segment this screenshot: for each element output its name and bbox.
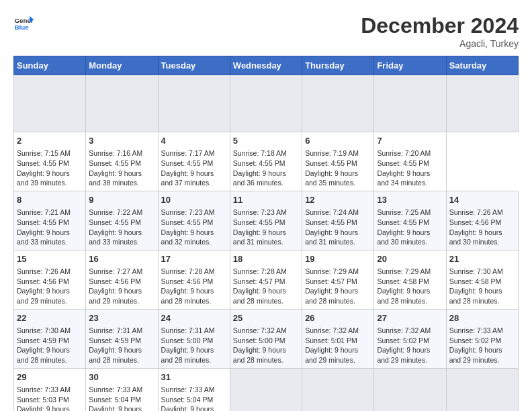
- day-info: and 28 minutes.: [89, 355, 154, 365]
- calendar-cell: 28Sunrise: 7:33 AMSunset: 5:02 PMDayligh…: [446, 309, 518, 368]
- day-info: Sunrise: 7:32 AM: [305, 326, 371, 336]
- day-info: Sunrise: 7:29 AM: [377, 267, 443, 277]
- day-info: Sunset: 4:56 PM: [89, 277, 154, 287]
- calendar-cell: 29Sunrise: 7:33 AMSunset: 5:03 PMDayligh…: [14, 368, 86, 411]
- day-info: Sunset: 4:55 PM: [233, 218, 299, 228]
- day-info: Daylight: 9 hours: [305, 286, 371, 296]
- day-info: and 28 minutes.: [449, 296, 515, 306]
- day-info: Daylight: 9 hours: [305, 345, 371, 355]
- day-info: Sunrise: 7:24 AM: [305, 208, 371, 218]
- day-info: and 31 minutes.: [305, 237, 371, 247]
- day-number: 6: [305, 135, 371, 147]
- header-monday: Monday: [86, 56, 158, 75]
- day-info: Sunset: 5:00 PM: [233, 336, 299, 346]
- day-info: Sunrise: 7:32 AM: [377, 326, 443, 336]
- day-info: Daylight: 9 hours: [89, 404, 154, 411]
- day-info: Daylight: 9 hours: [17, 286, 83, 296]
- day-info: Sunrise: 7:28 AM: [233, 267, 299, 277]
- calendar-cell: [446, 75, 518, 132]
- day-info: Daylight: 9 hours: [377, 169, 443, 179]
- calendar-cell: 4Sunrise: 7:17 AMSunset: 4:55 PMDaylight…: [158, 132, 230, 191]
- day-info: Daylight: 9 hours: [161, 228, 227, 238]
- logo-icon: General Blue: [13, 13, 34, 34]
- day-info: Sunset: 4:55 PM: [377, 218, 443, 228]
- week-row-2: 8Sunrise: 7:21 AMSunset: 4:55 PMDaylight…: [14, 191, 519, 250]
- calendar-cell: 25Sunrise: 7:32 AMSunset: 5:00 PMDayligh…: [230, 309, 302, 368]
- day-info: Sunset: 4:59 PM: [17, 336, 83, 346]
- day-info: Sunset: 4:56 PM: [161, 277, 227, 287]
- day-info: Sunrise: 7:21 AM: [17, 208, 83, 218]
- day-info: Daylight: 9 hours: [305, 169, 371, 179]
- calendar-table: SundayMondayTuesdayWednesdayThursdayFrid…: [13, 56, 519, 411]
- day-info: and 29 minutes.: [377, 355, 443, 365]
- day-info: Sunset: 5:00 PM: [161, 336, 227, 346]
- header-thursday: Thursday: [302, 56, 374, 75]
- day-number: 25: [233, 312, 299, 324]
- day-number: 14: [449, 194, 515, 206]
- day-info: Daylight: 9 hours: [233, 169, 299, 179]
- day-info: and 28 minutes.: [377, 296, 443, 306]
- calendar-cell: 9Sunrise: 7:22 AMSunset: 4:55 PMDaylight…: [86, 191, 158, 250]
- calendar-cell: [230, 368, 302, 411]
- day-info: Sunrise: 7:30 AM: [17, 326, 83, 336]
- day-number: 7: [377, 135, 443, 147]
- day-info: Sunrise: 7:31 AM: [89, 326, 154, 336]
- calendar-cell: 14Sunrise: 7:26 AMSunset: 4:56 PMDayligh…: [446, 191, 518, 250]
- day-info: Daylight: 9 hours: [233, 286, 299, 296]
- day-info: Sunset: 4:58 PM: [449, 277, 515, 287]
- month-title: December 2024: [361, 13, 519, 38]
- day-info: Sunrise: 7:20 AM: [377, 148, 443, 158]
- day-info: and 32 minutes.: [161, 237, 227, 247]
- week-row-1: 2Sunrise: 7:15 AMSunset: 4:55 PMDaylight…: [14, 132, 519, 191]
- day-info: Sunset: 5:02 PM: [449, 336, 515, 346]
- day-number: 21: [449, 253, 515, 265]
- calendar-cell: 17Sunrise: 7:28 AMSunset: 4:56 PMDayligh…: [158, 250, 230, 309]
- day-info: and 31 minutes.: [233, 237, 299, 247]
- day-info: and 33 minutes.: [89, 237, 154, 247]
- day-info: Sunset: 4:55 PM: [17, 218, 83, 228]
- calendar-cell: [302, 368, 374, 411]
- day-info: Sunrise: 7:30 AM: [449, 267, 515, 277]
- day-info: Sunrise: 7:33 AM: [89, 385, 154, 395]
- day-info: and 29 minutes.: [449, 355, 515, 365]
- day-number: 19: [305, 253, 371, 265]
- calendar-cell: [374, 368, 446, 411]
- day-info: Sunset: 4:55 PM: [305, 218, 371, 228]
- day-info: Daylight: 9 hours: [161, 345, 227, 355]
- calendar-cell: 24Sunrise: 7:31 AMSunset: 5:00 PMDayligh…: [158, 309, 230, 368]
- week-row-4: 22Sunrise: 7:30 AMSunset: 4:59 PMDayligh…: [14, 309, 519, 368]
- day-info: and 34 minutes.: [377, 178, 443, 188]
- calendar-cell: 23Sunrise: 7:31 AMSunset: 4:59 PMDayligh…: [86, 309, 158, 368]
- day-info: and 30 minutes.: [377, 237, 443, 247]
- day-info: Sunset: 4:57 PM: [305, 277, 371, 287]
- week-row-5: 29Sunrise: 7:33 AMSunset: 5:03 PMDayligh…: [14, 368, 519, 411]
- calendar-header: SundayMondayTuesdayWednesdayThursdayFrid…: [14, 56, 519, 75]
- page-header: General Blue December 2024 Agacli, Turke…: [13, 13, 519, 49]
- day-info: and 28 minutes.: [161, 355, 227, 365]
- day-info: and 33 minutes.: [17, 237, 83, 247]
- day-info: Sunset: 4:58 PM: [377, 277, 443, 287]
- day-info: Daylight: 9 hours: [161, 404, 227, 411]
- calendar-cell: 13Sunrise: 7:25 AMSunset: 4:55 PMDayligh…: [374, 191, 446, 250]
- day-number: 2: [17, 135, 83, 147]
- header-sunday: Sunday: [14, 56, 86, 75]
- day-number: 4: [161, 135, 227, 147]
- calendar-cell: 27Sunrise: 7:32 AMSunset: 5:02 PMDayligh…: [374, 309, 446, 368]
- day-number: 26: [305, 312, 371, 324]
- day-number: 8: [17, 194, 83, 206]
- day-info: Sunset: 4:55 PM: [89, 158, 154, 169]
- day-info: and 35 minutes.: [305, 178, 371, 188]
- day-number: 29: [17, 371, 83, 383]
- day-info: Sunset: 4:56 PM: [449, 218, 515, 228]
- day-info: Daylight: 9 hours: [161, 169, 227, 179]
- week-row-3: 15Sunrise: 7:26 AMSunset: 4:56 PMDayligh…: [14, 250, 519, 309]
- day-number: 18: [233, 253, 299, 265]
- day-info: and 28 minutes.: [233, 355, 299, 365]
- calendar-cell: 5Sunrise: 7:18 AMSunset: 4:55 PMDaylight…: [230, 132, 302, 191]
- day-info: Daylight: 9 hours: [89, 169, 154, 179]
- day-info: Sunrise: 7:28 AM: [161, 267, 227, 277]
- day-number: 22: [17, 312, 83, 324]
- day-info: Sunset: 4:55 PM: [161, 218, 227, 228]
- day-info: Sunset: 4:55 PM: [161, 158, 227, 169]
- day-info: Sunrise: 7:33 AM: [449, 326, 515, 336]
